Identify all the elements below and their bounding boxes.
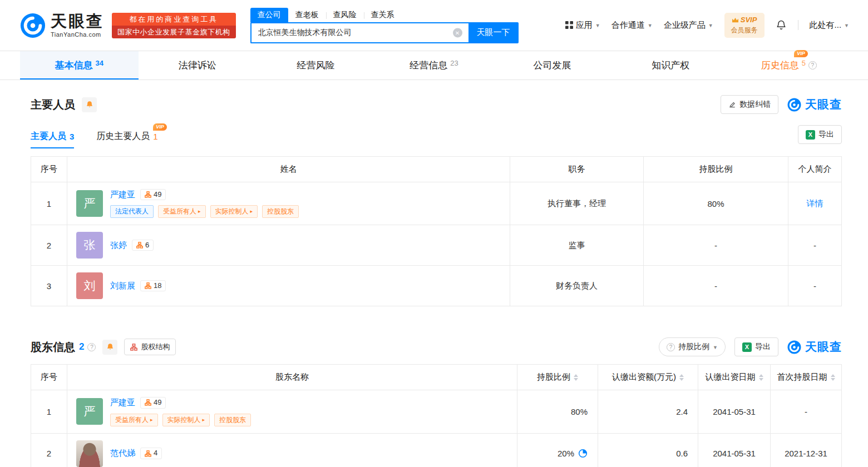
- nav-enterprise-label: 企业级产品: [664, 20, 706, 31]
- logo-domain: TianYanCha.com: [51, 32, 104, 38]
- sort-icon[interactable]: [679, 374, 684, 381]
- nav-cooperation[interactable]: 合作通道 ▼: [611, 20, 653, 31]
- person-name-link[interactable]: 范代娣: [110, 448, 135, 459]
- search-tab-relation[interactable]: 查关系: [364, 8, 402, 22]
- avatar[interactable]: 张: [76, 232, 103, 259]
- svip-label: SVIP: [741, 16, 757, 24]
- search-tab-company[interactable]: 查公司: [250, 8, 288, 22]
- subtab-label: 历史主要人员: [96, 131, 150, 142]
- help-icon[interactable]: ?: [87, 343, 96, 351]
- subtab-history-personnel[interactable]: VIP 历史主要人员 1: [96, 131, 157, 148]
- row-index: 2: [31, 225, 67, 266]
- bell-icon: [86, 101, 93, 108]
- export-button[interactable]: X 导出: [798, 125, 842, 144]
- row-index: 3: [31, 266, 67, 306]
- tag-controlling-shareholder[interactable]: 控股股东: [214, 414, 251, 426]
- bell-icon: [776, 19, 787, 31]
- first-date-value: -: [771, 390, 842, 433]
- col-header-shareholder-name: 股东名称: [67, 365, 517, 390]
- user-menu[interactable]: 此处有... ▼: [810, 20, 849, 31]
- search-tab-risk[interactable]: 查风险: [326, 8, 364, 22]
- person-name-link[interactable]: 严建亚: [110, 190, 135, 200]
- sort-icon[interactable]: [574, 374, 578, 381]
- tab-intellectual-property[interactable]: 知识产权: [611, 51, 730, 80]
- shareholder-count: 2: [79, 341, 84, 352]
- svip-membership-button[interactable]: SVIP 会员服务: [724, 13, 765, 38]
- data-correction-label: 数据纠错: [739, 100, 771, 110]
- equity-structure-label: 股权结构: [141, 342, 170, 352]
- relation-graph-badge[interactable]: 18: [140, 280, 166, 291]
- person-name-link[interactable]: 严建亚: [110, 398, 135, 408]
- monitor-bell-button[interactable]: [102, 340, 117, 355]
- sort-icon[interactable]: [831, 374, 835, 381]
- monitor-bell-button[interactable]: [82, 97, 97, 112]
- col-label: 持股比例: [537, 372, 570, 382]
- tab-business-risk[interactable]: 经营风险: [257, 51, 375, 80]
- tab-history-info[interactable]: VIP 历史信息 5 ?: [729, 51, 848, 80]
- table-header-row: 序号 股东名称 持股比例 认缴出资额(万元): [31, 365, 842, 390]
- tag-controlling-shareholder[interactable]: 控股股东: [262, 205, 299, 218]
- col-header-ratio: 持股比例: [644, 157, 788, 182]
- tag-beneficial-owner[interactable]: 受益所有人 ▸: [158, 205, 206, 218]
- personnel-subtabs: 主要人员 3 VIP 历史主要人员 1 X 导出: [31, 125, 842, 148]
- tianyancha-logo[interactable]: 天眼查 TianYanCha.com: [20, 13, 104, 38]
- nav-apps-label: 应用: [576, 20, 593, 31]
- equity-structure-button[interactable]: 股权结构: [124, 339, 176, 355]
- ratio-filter-dropdown[interactable]: ? 持股比例 ▼: [659, 337, 726, 356]
- tab-legal-proceedings[interactable]: 法律诉讼: [139, 51, 257, 80]
- relation-count: 49: [154, 399, 161, 406]
- col-header-first-holding-date[interactable]: 首次持股日期: [771, 365, 842, 390]
- tab-basic-info[interactable]: 基本信息 34: [20, 51, 139, 80]
- subtab-count: 1: [153, 132, 157, 141]
- avatar[interactable]: 严: [76, 190, 103, 217]
- nav-cooperation-label: 合作通道: [611, 20, 645, 31]
- relation-graph-badge[interactable]: 49: [140, 397, 166, 408]
- tab-count: 23: [450, 59, 458, 67]
- col-header-ratio[interactable]: 持股比例: [517, 365, 598, 390]
- tag-label: 受益所有人: [115, 415, 149, 425]
- notification-bell-button[interactable]: [776, 19, 787, 31]
- tab-company-development[interactable]: 公司发展: [493, 51, 611, 80]
- avatar[interactable]: 严: [76, 398, 103, 425]
- pie-chart-icon[interactable]: [578, 449, 588, 458]
- relation-graph-badge[interactable]: 49: [140, 189, 166, 200]
- profile-detail-link[interactable]: 详情: [807, 198, 823, 208]
- logo-title: 天眼查: [51, 13, 104, 29]
- avatar-photo[interactable]: [76, 440, 103, 467]
- table-row: 1 严 严建亚: [31, 182, 842, 225]
- nav-enterprise-products[interactable]: 企业级产品 ▼: [664, 20, 713, 31]
- relation-graph-badge[interactable]: 6: [132, 240, 154, 251]
- nav-apps[interactable]: 应用 ▼: [565, 20, 600, 31]
- section-title: 主要人员: [31, 97, 75, 112]
- col-header-subscribed-date[interactable]: 认缴出资日期: [698, 365, 771, 390]
- tag-label: 受益所有人: [163, 207, 196, 216]
- search-area: 查公司 查老板 查风险 查关系 ✕ 天眼一下: [250, 8, 519, 43]
- first-date-value: 2021-12-31: [771, 433, 842, 467]
- avatar[interactable]: 刘: [76, 272, 103, 299]
- search-tab-boss[interactable]: 查老板: [288, 8, 326, 22]
- search-input[interactable]: [250, 22, 468, 43]
- tag-legal-representative[interactable]: 法定代表人: [110, 205, 154, 218]
- vip-badge: VIP: [153, 123, 167, 131]
- brand-text: 天眼查: [805, 97, 842, 112]
- search-clear-icon[interactable]: ✕: [453, 28, 462, 37]
- tag-label: 实际控制人: [215, 207, 249, 216]
- col-header-subscribed-amount[interactable]: 认缴出资额(万元): [598, 365, 698, 390]
- person-name-link[interactable]: 张婷: [110, 240, 127, 251]
- tab-business-info[interactable]: 经营信息 23: [375, 51, 494, 80]
- chevron-down-icon: ▼: [708, 23, 713, 28]
- crown-icon: [732, 17, 739, 23]
- relation-graph-badge[interactable]: 4: [140, 448, 162, 459]
- chevron-right-icon: ▸: [150, 415, 153, 425]
- tag-beneficial-owner[interactable]: 受益所有人 ▸: [110, 414, 158, 426]
- tag-actual-controller[interactable]: 实际控制人 ▸: [162, 414, 210, 426]
- subtab-current-personnel[interactable]: 主要人员 3: [31, 131, 74, 148]
- position-value: 监事: [510, 225, 644, 266]
- sort-icon[interactable]: [759, 374, 763, 381]
- person-name-link[interactable]: 刘新展: [110, 281, 135, 291]
- search-button[interactable]: 天眼一下: [468, 22, 519, 43]
- export-button[interactable]: X 导出: [734, 337, 778, 356]
- help-icon[interactable]: ?: [808, 61, 817, 69]
- tag-actual-controller[interactable]: 实际控制人 ▸: [210, 205, 258, 218]
- data-correction-button[interactable]: 数据纠错: [721, 95, 778, 114]
